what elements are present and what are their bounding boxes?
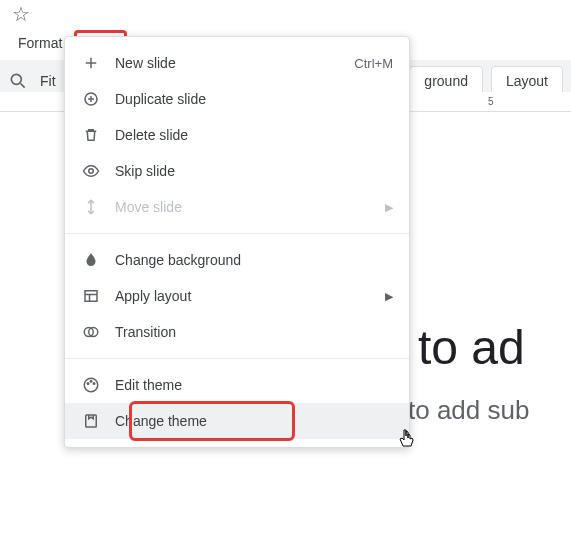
menu-item-shortcut: Ctrl+M [354, 56, 393, 71]
menu-separator [65, 233, 409, 234]
menu-item-label: Skip slide [115, 163, 393, 179]
svg-point-15 [90, 381, 92, 383]
plus-icon [81, 53, 101, 73]
menu-item-label: Change background [115, 252, 393, 268]
menu-item-label: Edit theme [115, 377, 393, 393]
eye-icon [81, 161, 101, 181]
menu-change-theme[interactable]: Change theme [65, 403, 409, 439]
star-icon[interactable]: ☆ [12, 3, 30, 25]
menu-item-label: New slide [115, 55, 354, 71]
ruler-tick: 5 [488, 96, 494, 107]
menu-delete-slide[interactable]: Delete slide [65, 117, 409, 153]
svg-point-16 [93, 383, 95, 385]
menu-move-slide: Move slide ▶ [65, 189, 409, 225]
slide-subtitle-placeholder[interactable]: to add sub [408, 395, 529, 426]
drop-icon [81, 250, 101, 270]
svg-point-0 [11, 74, 21, 84]
palette-icon [81, 375, 101, 395]
menu-apply-layout[interactable]: Apply layout ▶ [65, 278, 409, 314]
chevron-right-icon: ▶ [385, 201, 393, 214]
slide-title-placeholder[interactable]: to ad [418, 320, 525, 375]
menu-item-label: Transition [115, 324, 393, 340]
transition-icon [81, 322, 101, 342]
svg-point-7 [89, 169, 94, 174]
menu-separator [65, 358, 409, 359]
svg-point-14 [87, 383, 89, 385]
slide-dropdown-menu: New slide Ctrl+M Duplicate slide Delete … [64, 36, 410, 448]
menu-item-label: Change theme [115, 413, 393, 429]
menu-item-label: Delete slide [115, 127, 393, 143]
theme-icon [81, 411, 101, 431]
svg-line-1 [21, 84, 25, 88]
menu-duplicate-slide[interactable]: Duplicate slide [65, 81, 409, 117]
layout-icon [81, 286, 101, 306]
menu-transition[interactable]: Transition [65, 314, 409, 350]
menu-item-label: Duplicate slide [115, 91, 393, 107]
svg-rect-8 [85, 291, 97, 302]
move-icon [81, 197, 101, 217]
chevron-right-icon: ▶ [385, 290, 393, 303]
trash-icon [81, 125, 101, 145]
menu-item-label: Move slide [115, 199, 377, 215]
duplicate-icon [81, 89, 101, 109]
menu-new-slide[interactable]: New slide Ctrl+M [65, 45, 409, 81]
search-icon[interactable] [8, 71, 28, 91]
menu-edit-theme[interactable]: Edit theme [65, 367, 409, 403]
menu-skip-slide[interactable]: Skip slide [65, 153, 409, 189]
menu-format[interactable]: Format [8, 31, 72, 55]
zoom-fit-label[interactable]: Fit [36, 73, 60, 89]
menu-change-background[interactable]: Change background [65, 242, 409, 278]
menu-item-label: Apply layout [115, 288, 377, 304]
